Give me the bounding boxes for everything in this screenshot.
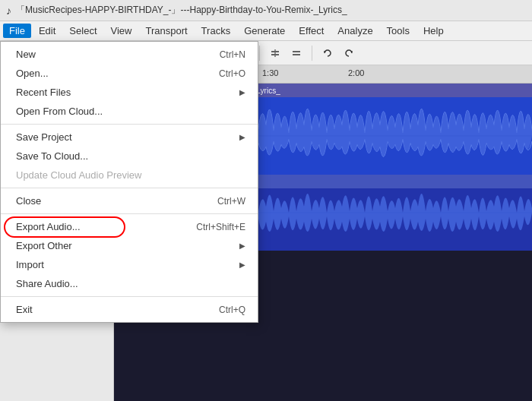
- menu-export-audio[interactable]: Export Audio... Ctrl+Shift+E: [1, 217, 258, 236]
- menu-update-cloud-preview: Update Cloud Audio Preview: [1, 166, 258, 185]
- ruler-mark-130: 1:30: [262, 68, 278, 77]
- menu-import[interactable]: Import ▶: [1, 255, 258, 274]
- menu-save-project[interactable]: Save Project ▶: [1, 128, 258, 147]
- undo-btn[interactable]: [318, 44, 337, 62]
- redo-btn[interactable]: [340, 44, 358, 62]
- separator5: [312, 46, 312, 61]
- menu-exit[interactable]: Exit Ctrl+Q: [1, 300, 258, 319]
- menu-edit[interactable]: Edit: [33, 24, 62, 38]
- menu-save-to-cloud[interactable]: Save To Cloud...: [1, 147, 258, 166]
- separator-3: [1, 213, 258, 214]
- separator-1: [1, 124, 258, 125]
- menu-tools[interactable]: Tools: [381, 24, 416, 38]
- menu-bar: File Edit Select View Transport Tracks G…: [0, 21, 532, 41]
- file-dropdown-menu: New Ctrl+N Open... Ctrl+O Recent Files ▶…: [0, 41, 258, 323]
- menu-select[interactable]: Select: [63, 24, 103, 38]
- cut-sample-btn[interactable]: [266, 44, 284, 62]
- menu-analyze[interactable]: Analyze: [331, 24, 378, 38]
- menu-share-audio[interactable]: Share Audio...: [1, 274, 258, 293]
- menu-help[interactable]: Help: [417, 24, 450, 38]
- sample2-btn[interactable]: [287, 44, 306, 62]
- menu-generate[interactable]: Generate: [238, 24, 291, 38]
- menu-tracks[interactable]: Tracks: [195, 24, 237, 38]
- menu-new[interactable]: New Ctrl+N: [1, 45, 258, 64]
- title-bar: ♪ 「MusicRecipes-HAPPY-BIRTHDAY_-」---Happ…: [0, 0, 532, 21]
- menu-effect[interactable]: Effect: [293, 24, 330, 38]
- ruler-mark-200: 2:00: [348, 68, 364, 77]
- menu-file[interactable]: File: [3, 24, 31, 38]
- separator4: [259, 46, 260, 61]
- menu-open-from-cloud[interactable]: Open From Cloud...: [1, 102, 258, 121]
- app-icon: ♪: [6, 5, 11, 17]
- separator-2: [1, 188, 258, 188]
- menu-transport[interactable]: Transport: [139, 24, 193, 38]
- separator-4: [1, 296, 258, 297]
- title-text: 「MusicRecipes-HAPPY-BIRTHDAY_-」---Happy-…: [16, 4, 347, 17]
- menu-view[interactable]: View: [105, 24, 138, 38]
- menu-close[interactable]: Close Ctrl+W: [1, 191, 258, 210]
- menu-open[interactable]: Open... Ctrl+O: [1, 64, 258, 83]
- menu-recent-files[interactable]: Recent Files ▶: [1, 83, 258, 102]
- menu-export-other[interactable]: Export Other ▶: [1, 236, 258, 255]
